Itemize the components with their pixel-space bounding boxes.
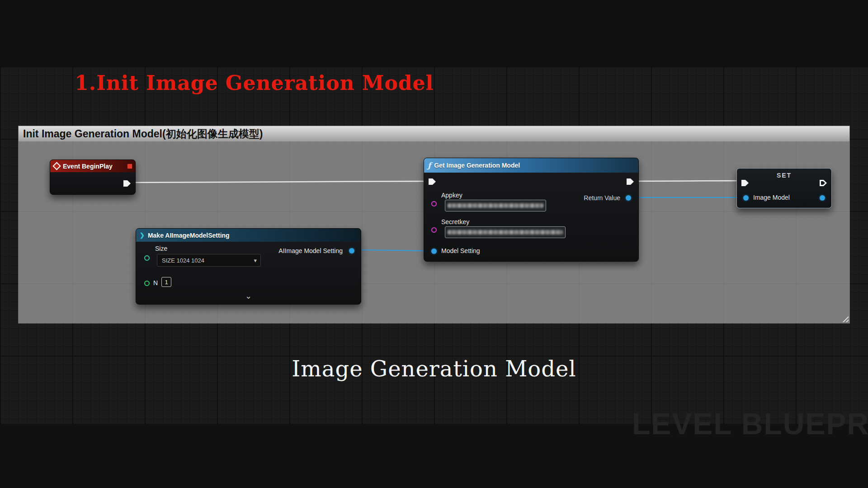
- secretkey-text-field[interactable]: [445, 226, 566, 238]
- node-title: SET: [737, 172, 831, 179]
- chevron-down-icon: ▾: [254, 257, 257, 264]
- advanced-toggle-chevron-icon[interactable]: ⌄: [245, 294, 252, 298]
- node-title: Get Image Generation Model: [434, 162, 520, 169]
- section-title: 1.Init Image Generation Model: [75, 71, 434, 94]
- size-input-pin[interactable]: [144, 255, 150, 261]
- node-title: Make AIImageModelSetting: [148, 232, 230, 239]
- return-value-label: Return Value: [584, 194, 620, 202]
- size-pin-label: Size: [155, 245, 167, 252]
- n-input-pin[interactable]: [144, 281, 150, 286]
- return-value-pin[interactable]: [626, 195, 631, 201]
- node-header: Event BeginPlay: [50, 160, 135, 172]
- node-get-image-generation-model[interactable]: ƒ Get Image Generation Model Appkey Retu…: [424, 158, 639, 262]
- node-header: ❯ Make AIImageModelSetting: [136, 229, 361, 242]
- make-output-pin[interactable]: [349, 248, 354, 253]
- node-set-image-model[interactable]: SET Image Model: [736, 168, 832, 208]
- comment-title: Init Image Generation Model(初始化图像生成模型): [23, 127, 263, 141]
- function-icon: ƒ: [428, 161, 431, 170]
- exec-input-pin[interactable]: [429, 178, 436, 185]
- node-make-aiimagemodelsetting[interactable]: ❯ Make AIImageModelSetting Size SIZE 102…: [136, 228, 361, 305]
- appkey-text-field[interactable]: [445, 200, 546, 211]
- appkey-pin-label: Appkey: [441, 192, 462, 199]
- level-blueprint-watermark: LEVEL BLUEPRINT: [632, 407, 868, 441]
- image-model-output-pin[interactable]: [820, 195, 825, 201]
- image-model-label: Image Model: [753, 194, 790, 201]
- exec-output-pin[interactable]: [820, 180, 827, 186]
- size-dropdown[interactable]: SIZE 1024 1024 ▾: [157, 254, 261, 267]
- model-setting-label: Model Setting: [441, 247, 480, 254]
- n-value-input[interactable]: 1: [161, 277, 171, 287]
- caption-text: Image Generation Model: [0, 356, 868, 381]
- exec-output-pin[interactable]: [627, 178, 634, 185]
- n-pin-label: N: [153, 279, 158, 286]
- top-band: [0, 0, 868, 66]
- size-dropdown-value: SIZE 1024 1024: [162, 257, 204, 264]
- node-header: ƒ Get Image Generation Model: [424, 158, 638, 173]
- redacted-appkey-text: [448, 203, 543, 208]
- image-model-input-pin[interactable]: [743, 195, 749, 201]
- exec-input-pin[interactable]: [741, 180, 749, 186]
- appkey-input-pin[interactable]: [431, 201, 437, 206]
- node-title: Event BeginPlay: [63, 163, 113, 170]
- model-setting-input-pin[interactable]: [431, 249, 437, 254]
- event-icon: [52, 162, 61, 170]
- secretkey-pin-label: Secretkey: [441, 218, 469, 225]
- make-output-label: AIImage Model Setting: [278, 247, 343, 254]
- node-flag-icon: [127, 164, 132, 169]
- node-event-beginplay[interactable]: Event BeginPlay: [50, 160, 136, 195]
- redacted-secretkey-text: [448, 230, 563, 235]
- exec-output-pin[interactable]: [123, 180, 131, 187]
- secretkey-input-pin[interactable]: [431, 227, 437, 233]
- make-struct-icon: ❯: [140, 232, 145, 239]
- comment-titlebar[interactable]: Init Image Generation Model(初始化图像生成模型): [19, 126, 849, 141]
